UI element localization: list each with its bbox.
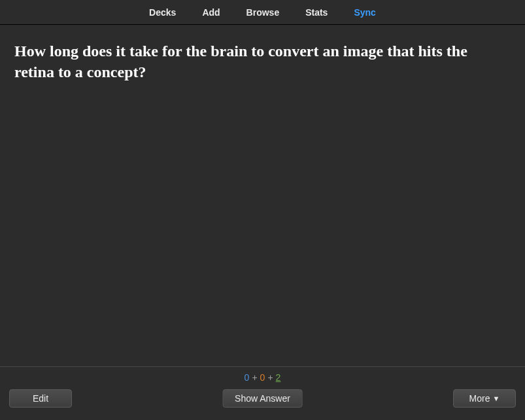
edit-button[interactable]: Edit [9, 389, 72, 408]
card-question: How long does it take for the brain to c… [14, 41, 511, 83]
nav-browse[interactable]: Browse [239, 3, 288, 22]
nav-sync[interactable]: Sync [346, 3, 383, 22]
count-due: 2 [276, 372, 281, 383]
nav-decks[interactable]: Decks [141, 3, 184, 22]
count-sep-2: + [267, 372, 273, 383]
more-button[interactable]: More ▼ [453, 389, 516, 408]
count-learn: 0 [260, 372, 265, 383]
more-button-label: More [469, 393, 490, 404]
bottom-bar: 0 + 0 + 2 Edit Show Answer More ▼ [0, 366, 525, 420]
card-counts: 0 + 0 + 2 [245, 372, 281, 383]
top-nav: Decks Add Browse Stats Sync [0, 0, 525, 25]
count-sep-1: + [252, 372, 257, 383]
nav-stats[interactable]: Stats [297, 3, 335, 22]
count-new: 0 [245, 372, 250, 383]
show-answer-button[interactable]: Show Answer [222, 389, 303, 408]
nav-add[interactable]: Add [194, 3, 228, 22]
button-row: Edit Show Answer More ▼ [9, 389, 516, 408]
chevron-down-icon: ▼ [493, 394, 500, 402]
card-area: How long does it take for the brain to c… [0, 25, 525, 366]
